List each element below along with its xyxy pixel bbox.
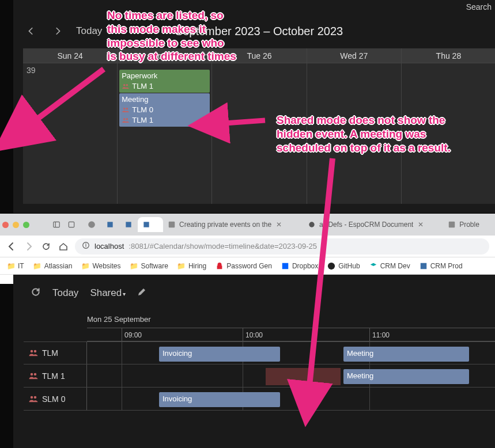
bookmark-item[interactable]: 📁Software (128, 261, 171, 271)
member-name: TLM 1 (132, 81, 153, 92)
shared-calendar-week-view: Search Today September 2023 – October 20… (0, 0, 495, 213)
timeline-track[interactable]: Invoicing (87, 388, 495, 410)
bookmark-item[interactable]: Dropbox (279, 261, 320, 271)
close-icon[interactable] (2, 222, 9, 228)
bookmark-label: CRM Prod (430, 262, 463, 270)
member-label[interactable]: TLM 1 (24, 365, 87, 387)
maximize-icon[interactable] (23, 222, 29, 228)
bookmark-label: CRM Dev (380, 262, 410, 270)
bookmark-item[interactable]: 📁Websites (79, 261, 123, 271)
espo-icon (420, 262, 428, 270)
tab-title: Creating private events on the (179, 221, 271, 229)
home-button[interactable] (58, 241, 69, 252)
event-member: TLM 1 (122, 115, 207, 126)
forum-icon (448, 221, 456, 229)
svg-point-11 (309, 222, 314, 227)
minimize-icon[interactable] (13, 222, 19, 228)
day-header: Wed 27 (307, 48, 401, 63)
close-tab-icon[interactable]: ✕ (418, 221, 424, 229)
prev-button[interactable] (23, 23, 39, 39)
timeline-event-invoicing[interactable]: Invoicing (159, 392, 280, 407)
bookmark-item[interactable]: 📁Atlassian (31, 261, 75, 271)
team-icon (28, 371, 39, 381)
svg-rect-8 (126, 222, 131, 227)
time-tick: 10:00 (243, 328, 263, 341)
address-bar[interactable]: localhost:8081/#Calendar/show/mode=timel… (75, 238, 489, 255)
team-icon (122, 82, 130, 90)
bookmark-item[interactable]: CRM Prod (417, 261, 465, 271)
browser-tab[interactable]: Creating private events on the ✕ (163, 217, 303, 232)
bookmark-item[interactable]: Password Gen (213, 261, 274, 271)
tab-title: Proble (459, 221, 479, 229)
event-member: TLM 0 (122, 105, 207, 115)
tab-overview-icon[interactable] (67, 221, 75, 229)
team-icon (28, 394, 39, 404)
today-button[interactable]: Today (76, 25, 102, 37)
mode-dropdown[interactable]: Shared▾ (90, 287, 126, 299)
timeline-track[interactable]: Invoicing Meeting (87, 342, 495, 364)
svg-point-6 (88, 221, 95, 228)
search-label[interactable]: Search (466, 2, 492, 12)
timeline-event-meeting[interactable]: Meeting (343, 347, 469, 362)
refresh-button[interactable] (31, 287, 41, 299)
member-label[interactable]: SLM 0 (24, 388, 87, 410)
event-paperwork[interactable]: Paperwork TLM 1 (119, 70, 210, 93)
next-button[interactable] (50, 23, 66, 39)
day-column-sun[interactable]: Sun 24 39 (23, 48, 117, 204)
day-column-mon[interactable]: Mon 25 Paperwork TLM 1 Meeting TLM 0 (117, 48, 211, 204)
mode-label: Shared (90, 287, 122, 298)
reload-button[interactable] (40, 241, 52, 252)
window-controls[interactable] (2, 222, 29, 228)
pinned-tab[interactable] (119, 217, 138, 232)
event-member: TLM 1 (122, 81, 207, 92)
annotation-text-1: No times are listed, so this mode makes … (107, 9, 236, 63)
timeline-row: SLM 0 Invoicing (24, 388, 495, 411)
sidebar-toggle-icon[interactable] (52, 221, 61, 229)
calendar-toolbar: Today September 2023 – October 2023 (23, 14, 495, 48)
team-icon (28, 348, 39, 358)
bookmark-label: GitHub (338, 262, 360, 270)
site-info-icon[interactable] (82, 241, 90, 251)
event-meeting[interactable]: Meeting TLM 0 TLM 1 (119, 93, 210, 127)
timeline-rows: TLM Invoicing Meeting TLM 1 (24, 341, 495, 411)
svg-rect-7 (107, 222, 112, 227)
url-rest: :8081/#Calendar/show/mode=timeline&date=… (129, 242, 317, 250)
folder-icon: 📁 (33, 262, 41, 270)
bookmark-item[interactable]: CRM Dev (367, 261, 413, 271)
timeline-track[interactable]: Meeting (87, 365, 495, 387)
chevron-right-icon (54, 27, 62, 35)
forum-icon (168, 221, 176, 229)
browser-tab[interactable]: Proble (443, 217, 493, 232)
address-bar-row: localhost:8081/#Calendar/show/mode=timel… (0, 236, 495, 257)
bookmark-item[interactable]: GitHub (325, 261, 362, 271)
timeline-time-header: 09:00 10:00 11:00 12:00 (87, 328, 495, 341)
bookmark-label: IT (18, 262, 24, 270)
timeline-date-label: Mon 25 September (87, 315, 151, 324)
day-header: Thu 28 (402, 48, 495, 63)
svg-rect-9 (143, 222, 149, 227)
member-label[interactable]: TLM (24, 342, 87, 364)
edit-button[interactable] (137, 287, 146, 299)
timeline-event-meeting[interactable]: Meeting (343, 369, 469, 384)
app-rail (0, 0, 13, 213)
time-tick: 11:00 (369, 328, 390, 341)
crm-icon (369, 262, 377, 270)
folder-icon: 📁 (7, 262, 15, 270)
timeline-event-invoicing[interactable]: Invoicing (159, 347, 280, 362)
pinned-tab[interactable] (82, 217, 101, 232)
team-icon (122, 116, 130, 124)
bookmark-label: Atlassian (44, 262, 73, 270)
svg-point-14 (85, 244, 86, 245)
pinned-tab[interactable] (101, 217, 119, 232)
folder-icon: 📁 (81, 262, 89, 270)
close-tab-icon[interactable]: ✕ (276, 221, 282, 229)
back-button[interactable] (6, 241, 17, 252)
espo-icon (106, 221, 114, 229)
bookmark-item[interactable]: 📁IT (5, 261, 27, 271)
forward-button[interactable] (23, 241, 35, 252)
browser-tab-active[interactable] (138, 217, 163, 232)
bookmark-item[interactable]: 📁Hiring (175, 261, 209, 271)
browser-tab[interactable]: aclDefs - EspoCRM Document ✕ (303, 217, 443, 232)
timeline-grid: Mon 25 September 09:00 10:00 11:00 12:00… (24, 312, 495, 448)
today-button[interactable]: Today (52, 287, 78, 299)
